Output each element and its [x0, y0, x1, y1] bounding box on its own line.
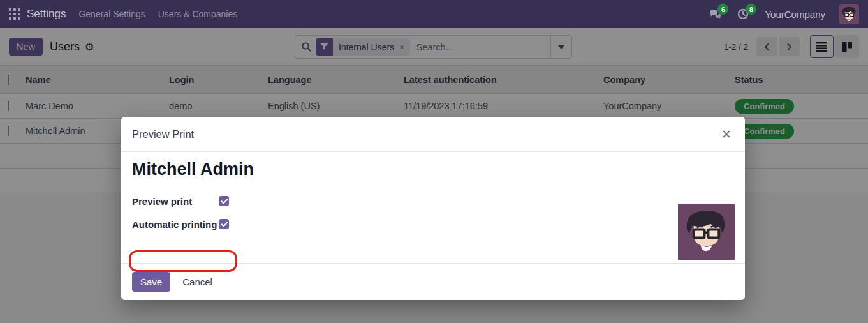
messages-count-badge: 6	[717, 4, 728, 15]
record-name-heading: Mitchell Admin	[132, 160, 734, 179]
menu-users-companies[interactable]: Users & Companies	[158, 9, 238, 19]
field-label-automatic-printing: Automatic printing	[132, 219, 219, 230]
preview-print-checkbox[interactable]	[219, 196, 229, 206]
dialog-body: Mitchell Admin Preview print Automatic p…	[121, 152, 745, 232]
dialog-footer: Save Cancel	[121, 263, 745, 300]
field-label-preview-print: Preview print	[132, 196, 219, 207]
messages-button[interactable]: 6	[709, 7, 723, 21]
preview-print-dialog: Preview Print ✕ Mitchell Admin Preview p…	[121, 117, 745, 300]
company-switcher[interactable]: YourCompany	[765, 9, 825, 20]
user-avatar[interactable]	[839, 4, 859, 24]
dialog-title: Preview Print	[132, 128, 194, 140]
dialog-header: Preview Print ✕	[121, 117, 745, 152]
field-automatic-printing: Automatic printing	[132, 216, 734, 232]
activities-button[interactable]: 8	[737, 7, 751, 21]
menu-general-settings[interactable]: General Settings	[78, 9, 145, 19]
app-name[interactable]: Settings	[27, 8, 66, 20]
cancel-button[interactable]: Cancel	[182, 276, 212, 287]
save-button[interactable]: Save	[132, 272, 170, 292]
apps-grid-icon[interactable]	[9, 8, 20, 20]
automatic-printing-checkbox[interactable]	[219, 219, 229, 229]
field-preview-print: Preview print	[132, 193, 734, 209]
top-navbar: Settings General Settings Users & Compan…	[0, 0, 868, 28]
record-avatar	[678, 204, 735, 260]
activities-count-badge: 8	[746, 4, 756, 15]
close-icon[interactable]: ✕	[719, 127, 734, 142]
